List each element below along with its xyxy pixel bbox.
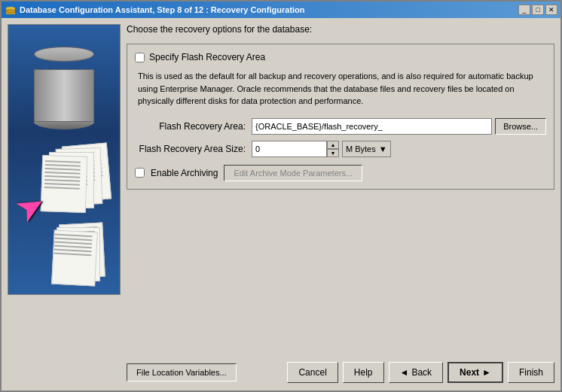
flash-area-input[interactable] [252, 118, 492, 135]
app-icon [5, 4, 17, 16]
flash-size-label: Flash Recovery Area Size: [135, 144, 252, 154]
flash-size-row: Flash Recovery Area Size: ▲ ▼ M Bytes ▼ [135, 141, 546, 157]
footer: File Location Variables... Cancel Help ◄… [8, 359, 554, 384]
flash-recovery-description: This is used as the default for all back… [135, 70, 546, 108]
database-icon [34, 47, 94, 114]
back-arrow-icon: ◄ [400, 367, 409, 378]
title-controls: _ □ ✕ [518, 5, 557, 15]
main-window: Database Configuration Assistant, Step 8… [0, 0, 562, 392]
next-button[interactable]: Next ► [447, 362, 503, 383]
page-behind-3 [51, 230, 98, 287]
footer-left: File Location Variables... [8, 363, 237, 381]
archiving-row: Enable Archiving Edit Archive Mode Param… [135, 165, 546, 181]
enable-archiving-checkbox[interactable] [135, 168, 145, 178]
flash-area-row: Flash Recovery Area: Browse... [135, 118, 546, 135]
right-panel: Choose the recovery options for the data… [127, 24, 554, 359]
size-controls: ▲ ▼ M Bytes ▼ [252, 141, 391, 157]
browse-button[interactable]: Browse... [495, 118, 546, 135]
content-area: ➤ [2, 18, 560, 390]
back-button[interactable]: ◄ Back [389, 362, 444, 383]
nav-buttons: Cancel Help ◄ Back Next ► Finish [287, 362, 554, 383]
size-spinner: ▲ ▼ [327, 141, 339, 157]
flash-size-input[interactable] [252, 141, 327, 157]
back-label: Back [411, 367, 432, 378]
illustration-panel: ➤ [8, 24, 121, 295]
flash-recovery-checkbox[interactable] [135, 53, 145, 62]
main-row: ➤ [8, 24, 554, 359]
file-location-variables-button[interactable]: File Location Variables... [127, 363, 237, 381]
flash-recovery-row: Specify Flash Recovery Area [135, 52, 546, 62]
spin-down-button[interactable]: ▼ [327, 149, 339, 157]
footer-right: Cancel Help ◄ Back Next ► Finish [287, 362, 554, 383]
finish-button[interactable]: Finish [508, 362, 554, 383]
minimize-button[interactable]: _ [518, 5, 530, 15]
title-bar: Database Configuration Assistant, Step 8… [2, 2, 560, 18]
unit-value: M Bytes [346, 144, 376, 153]
title-text: Database Configuration Assistant, Step 8… [20, 5, 305, 14]
svg-point-1 [6, 7, 15, 10]
form-section: Specify Flash Recovery Area This is used… [127, 44, 554, 190]
instructions-text: Choose the recovery options for the data… [127, 24, 554, 35]
flash-area-label: Flash Recovery Area: [135, 121, 252, 132]
close-button[interactable]: ✕ [545, 5, 557, 15]
edit-archive-params-button[interactable]: Edit Archive Mode Parameters... [224, 165, 362, 181]
unit-dropdown[interactable]: M Bytes ▼ [342, 141, 391, 157]
spin-up-button[interactable]: ▲ [327, 141, 339, 149]
maximize-button[interactable]: □ [532, 5, 544, 15]
unit-arrow-icon: ▼ [379, 144, 387, 153]
document-page-4 [41, 155, 88, 213]
help-button[interactable]: Help [343, 362, 384, 383]
next-arrow-icon: ► [482, 367, 491, 378]
db-illustration: ➤ [11, 32, 117, 287]
next-label: Next [460, 367, 479, 378]
cancel-help-group: Cancel Help [287, 362, 383, 383]
enable-archiving-label[interactable]: Enable Archiving [151, 168, 218, 178]
cancel-button[interactable]: Cancel [287, 362, 338, 383]
flash-recovery-label[interactable]: Specify Flash Recovery Area [149, 52, 265, 62]
